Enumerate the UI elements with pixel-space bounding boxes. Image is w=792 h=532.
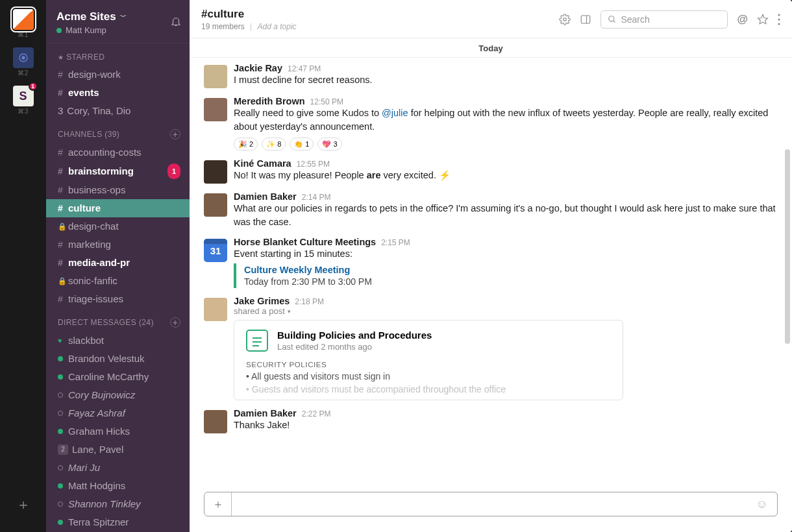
add-channel-button[interactable]: + xyxy=(170,129,180,139)
dm-terra-spitzner[interactable]: Terra Spitzner xyxy=(46,513,190,531)
message-time: 12:47 PM xyxy=(288,64,321,73)
dm-graham-hicks[interactable]: Graham Hicks xyxy=(46,422,190,441)
channel-brainstorming[interactable]: #brainstorming1 xyxy=(46,162,190,181)
star-icon[interactable] xyxy=(757,14,769,25)
team-block[interactable]: Acme Sites ﹀ Matt Kump xyxy=(56,10,127,35)
channel-sonic-fanfic[interactable]: 🔒sonic-fanfic xyxy=(46,272,190,290)
main-pane: #culture 19 members | Add a topic Search… xyxy=(190,0,792,532)
rail-shortcut: ⌘2 xyxy=(18,69,29,77)
channel-media-and-pr[interactable]: #media-and-pr xyxy=(46,254,190,272)
reactions: 🎉2✨8👏1💖3 xyxy=(234,138,778,151)
reaction[interactable]: 💖3 xyxy=(317,138,341,151)
dm-brandon-velestuk[interactable]: Brandon Velestuk xyxy=(46,350,190,368)
emoji-picker-button[interactable]: ☺ xyxy=(747,498,777,511)
add-dm-button[interactable]: + xyxy=(170,317,180,328)
details-pane-icon[interactable] xyxy=(580,14,591,25)
channel-marketing[interactable]: #marketing xyxy=(46,236,190,254)
search-icon xyxy=(608,15,617,24)
avatar[interactable] xyxy=(204,298,227,321)
post-card[interactable]: Building Policies and ProceduresLast edi… xyxy=(234,320,623,400)
mentions-icon[interactable]: @ xyxy=(737,13,748,26)
avatar[interactable] xyxy=(204,65,227,88)
svg-point-8 xyxy=(778,14,780,16)
search-input[interactable]: Search xyxy=(600,10,728,29)
composer-attach-button[interactable]: ＋ xyxy=(204,492,232,516)
workspace-tile-2[interactable] xyxy=(13,47,34,68)
heart-icon xyxy=(58,333,68,348)
dm-slackbot[interactable]: slackbot xyxy=(46,332,190,350)
unread-badge: 1 xyxy=(167,163,180,179)
avatar[interactable] xyxy=(204,98,227,121)
avatar[interactable] xyxy=(204,193,227,217)
rail-shortcut: ⌘3 xyxy=(18,108,29,115)
sidebar-item-events[interactable]: #events xyxy=(46,84,190,102)
sidebar-item-cory-tina-dio[interactable]: 3Cory, Tina, Dio xyxy=(46,102,190,120)
section-starred-header[interactable]: ★ Starred xyxy=(46,43,190,66)
add-topic-link[interactable]: Add a topic xyxy=(258,22,297,31)
message: Damien Baker2:14 PMWhat are our policies… xyxy=(204,189,778,234)
message-author[interactable]: Meredith Brown xyxy=(234,96,305,106)
avatar[interactable] xyxy=(204,410,227,433)
add-workspace-button[interactable]: ＋ xyxy=(12,493,35,516)
dm-lane-pavel[interactable]: 2Lane, Pavel xyxy=(46,441,190,459)
dm-cory-bujnowicz[interactable]: Cory Bujnowicz xyxy=(46,386,190,404)
presence-dot xyxy=(58,429,63,434)
message-text: What are our policies in regards to pets… xyxy=(234,202,778,229)
dm-caroline-mccarthy[interactable]: Caroline McCarthy xyxy=(46,368,190,386)
presence-dot xyxy=(58,374,63,380)
more-icon[interactable] xyxy=(778,14,780,25)
scrollbar-thumb[interactable] xyxy=(785,149,790,344)
presence-dot xyxy=(58,356,63,361)
rail-badge: 1 xyxy=(29,82,38,91)
date-divider: Today xyxy=(190,38,792,58)
channel-culture[interactable]: #culture xyxy=(46,199,190,217)
svg-point-1 xyxy=(21,56,25,59)
bell-icon[interactable] xyxy=(170,16,182,30)
channel-accounting-costs[interactable]: #accounting-costs xyxy=(46,143,190,162)
channel-header: #culture 19 members | Add a topic Search… xyxy=(190,0,792,38)
event-attachment[interactable]: Culture Weekly MeetingToday from 2:30 PM… xyxy=(234,263,778,288)
sidebar-item-design-work[interactable]: #design-work xyxy=(46,66,190,84)
message-author[interactable]: Kiné Camara xyxy=(234,158,291,169)
dm-matt-hodgins[interactable]: Matt Hodgins xyxy=(46,477,190,495)
avatar[interactable] xyxy=(204,160,227,184)
message-time: 2:14 PM xyxy=(302,193,331,202)
workspace-tile-3[interactable]: 1 S xyxy=(13,86,34,106)
message-text: Event starting in 15 minutes: xyxy=(234,247,778,261)
reaction[interactable]: 🎉2 xyxy=(234,138,258,151)
channel-triage-issues[interactable]: #triage-issues xyxy=(46,290,190,308)
message-time: 2:15 PM xyxy=(381,238,410,247)
svg-line-6 xyxy=(613,21,615,23)
group-count-icon: 2 xyxy=(58,444,68,455)
chevron-down-icon: ﹀ xyxy=(120,12,127,21)
channel-design-chat[interactable]: 🔒design-chat xyxy=(46,217,190,236)
svg-rect-3 xyxy=(582,16,591,23)
workspace-tile-acme[interactable] xyxy=(13,9,34,30)
channel-business-ops[interactable]: #business-ops xyxy=(46,181,190,199)
dm-fayaz-ashraf[interactable]: Fayaz Ashraf xyxy=(46,404,190,422)
message-author[interactable]: Damien Baker xyxy=(234,408,297,418)
target-icon xyxy=(18,53,29,63)
dm-shannon-tinkley[interactable]: Shannon Tinkley xyxy=(46,495,190,513)
message-text: Thanks Jake! xyxy=(234,418,778,432)
presence-dot xyxy=(58,465,63,470)
message-author[interactable]: Damien Baker xyxy=(234,191,297,202)
message-author[interactable]: Jackie Ray xyxy=(234,63,282,73)
dm-mari-ju[interactable]: Mari Ju xyxy=(46,459,190,477)
composer[interactable]: ＋ ☺ xyxy=(204,492,778,516)
group-count-icon: 3 xyxy=(58,104,63,118)
member-count[interactable]: 19 members xyxy=(201,22,245,31)
section-dms-header[interactable]: Direct Messages (24) + xyxy=(46,308,190,332)
message: Jackie Ray12:47 PMI must decline for sec… xyxy=(204,60,778,93)
message: Meredith Brown12:50 PMReally need to giv… xyxy=(204,93,778,156)
reaction[interactable]: 👏1 xyxy=(290,138,314,151)
reaction[interactable]: ✨8 xyxy=(262,138,286,151)
settings-icon[interactable] xyxy=(559,14,571,25)
message-input[interactable] xyxy=(232,492,747,516)
message-author[interactable]: Jake Grimes xyxy=(234,296,290,306)
svg-point-10 xyxy=(778,23,780,25)
message-author[interactable]: Horse Blanket Culture Meetings xyxy=(234,237,376,247)
rail-shortcut: ⌘1 xyxy=(18,31,29,38)
section-channels-header[interactable]: Channels (39) + xyxy=(46,120,190,143)
lock-icon: 🔒 xyxy=(58,274,68,288)
